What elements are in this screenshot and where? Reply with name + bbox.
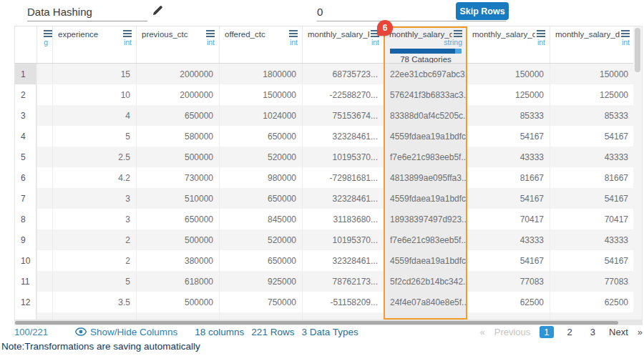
column-header[interactable]: monthly_salary_du...int	[550, 26, 634, 63]
pagination: « Previous 123 Next »	[480, 326, 643, 338]
table-cell: 925000	[219, 271, 302, 292]
skip-rows-button[interactable]: Skip Rows	[456, 2, 509, 20]
pagination-first-arrow[interactable]: «	[480, 327, 485, 337]
table-cell: 83388d0af4c5205c...	[384, 105, 467, 126]
table-row: 123.5500000750000-51158209...24f4e07a840…	[15, 292, 635, 312]
table-cell	[36, 209, 52, 229]
pagination-next[interactable]: Next	[609, 327, 628, 337]
visible-rows-counter: 100/221	[14, 327, 75, 337]
column-header[interactable]: experienceint	[52, 26, 136, 63]
table-cell: 125000	[550, 84, 634, 105]
table-cell: 85333	[550, 105, 634, 126]
table-cell: 10195370...	[302, 229, 384, 250]
transformation-name-input[interactable]: Data Hashing	[27, 3, 147, 21]
row-number: 3	[15, 105, 36, 126]
table-cell: 3.5	[52, 292, 136, 312]
table-cell: 70833	[550, 312, 634, 320]
table-cell: 54167	[550, 188, 634, 209]
table-cell: 78762173...	[302, 271, 384, 292]
table-cell: 2	[52, 229, 136, 250]
table-cell: 4559fdaea19a1bdfc...	[384, 188, 467, 209]
row-number-header	[15, 26, 36, 63]
table-cell: 650000	[136, 209, 219, 229]
table-row: 4558000065000032328461...4559fdaea19a1bd…	[15, 126, 635, 147]
vertical-scrollbar[interactable]	[633, 26, 642, 320]
table-cell: 500000	[136, 292, 219, 312]
table-cell: 77083	[550, 271, 634, 292]
eye-icon	[75, 327, 87, 336]
table-row: 134600000850000-736836061c01b2bc5ce59c9f…	[15, 312, 635, 320]
column-type-label: string	[389, 39, 462, 46]
table-cell: 650000	[136, 105, 219, 126]
row-number: 1	[15, 64, 36, 84]
table-cell: 22ee31cbc697abc3...	[384, 64, 467, 84]
table-cell: 54167	[550, 250, 634, 271]
table-cell: 70417	[467, 209, 550, 229]
table-cell: 68735723...	[302, 64, 384, 84]
page-button-1[interactable]: 1	[540, 326, 553, 338]
column-header[interactable]: monthly_salary_du...int	[467, 26, 550, 63]
table-cell: 845000	[219, 209, 302, 229]
table-cell: 43333	[467, 147, 550, 167]
show-hide-columns-button[interactable]: Show/Hide Columns	[75, 327, 177, 337]
column-title: offered_ctc	[225, 30, 288, 39]
table-cell: 150000	[467, 64, 550, 84]
table-cell: 150000	[550, 64, 634, 84]
table-row: 1152000000180000068735723...22ee31cbc697…	[15, 64, 635, 84]
table-cell: 85333	[467, 105, 550, 126]
table-cell: 520000	[219, 147, 302, 167]
table-cell: f7e6e21c983eeb5f...	[384, 229, 467, 250]
table-cell: 520000	[219, 229, 302, 250]
column-header[interactable]: monthly_salary_Ha...int	[302, 26, 384, 63]
column-title: monthly_salary_du...	[389, 30, 452, 39]
table-cell: 81667	[467, 167, 550, 188]
table-cell: 980000	[219, 167, 302, 188]
row-number: 11	[15, 271, 36, 292]
row-number: 4	[15, 126, 36, 147]
table-cell: 15	[52, 64, 136, 84]
table-header-row: gexperienceintprevious_ctcintoffered_ctc…	[15, 26, 635, 64]
table-cell: 43333	[467, 229, 550, 250]
row-number: 7	[15, 188, 36, 209]
table-cell: 77083	[467, 271, 550, 292]
table-cell	[36, 126, 52, 147]
page-button-2[interactable]: 2	[563, 326, 577, 338]
table-cell: -51158209...	[302, 292, 384, 312]
pagination-pages: 123	[540, 326, 600, 338]
table-cell	[36, 84, 52, 105]
table-cell	[36, 167, 52, 188]
column-header[interactable]: offered_ctcint	[219, 26, 302, 63]
table-cell: 4813899ae095ffa3...	[384, 167, 467, 188]
table-cell: 500000	[136, 229, 219, 250]
column-type-label: int	[308, 39, 379, 46]
column-header[interactable]: g	[36, 26, 52, 63]
page-button-3[interactable]: 3	[586, 326, 600, 338]
table-cell	[36, 188, 52, 209]
table-cell: 125000	[467, 84, 550, 105]
column-type-label: int	[58, 39, 132, 46]
table-cell: 24f4e07a840e8e5f...	[384, 292, 467, 312]
table-cell	[36, 271, 52, 292]
pagination-last-arrow[interactable]: »	[638, 327, 643, 337]
table-cell: 1024000	[219, 105, 302, 126]
vertical-scrollbar-thumb[interactable]	[635, 28, 640, 72]
row-number: 9	[15, 229, 36, 250]
table-row: 10238000065000032328461...4559fdaea19a1b…	[15, 250, 635, 271]
column-type-label: int	[472, 39, 545, 46]
table-cell: 3	[52, 209, 136, 229]
pagination-previous[interactable]: Previous	[494, 327, 531, 337]
edit-pencil-icon[interactable]	[152, 4, 164, 16]
table-cell: 5f2cd262b14bc342...	[384, 271, 467, 292]
table-row: 21020000001500000-22588270...576241f3b68…	[15, 84, 635, 105]
table-cell: 5	[52, 126, 136, 147]
table-cell: 650000	[219, 126, 302, 147]
table-row: 7351000065000032328461...4559fdaea19a1bd…	[15, 188, 635, 209]
table-cell: f7e6e21c983eeb5f...	[384, 147, 467, 167]
autosave-note: Note:Transformations are saving automati…	[1, 341, 200, 352]
row-number: 8	[15, 209, 36, 229]
column-header[interactable]: monthly_salary_du...string78 Catagories	[384, 26, 467, 63]
table-cell: 750000	[219, 292, 302, 312]
datatypes-count: 3 Data Types	[301, 327, 358, 337]
table-cell: 2000000	[136, 84, 219, 105]
column-header[interactable]: previous_ctcint	[136, 26, 219, 63]
